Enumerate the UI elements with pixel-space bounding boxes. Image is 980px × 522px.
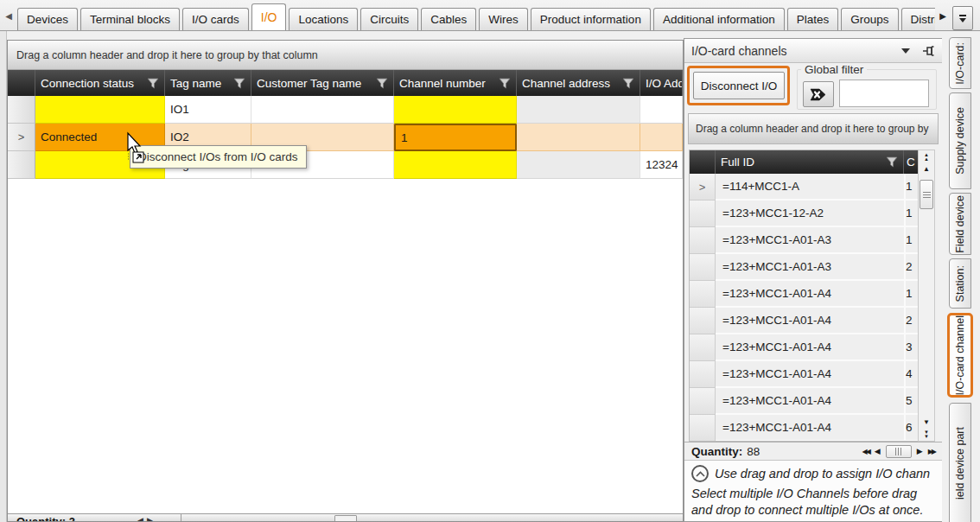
cell-full-id[interactable]: =123+MCC1-A01-A4 (716, 415, 906, 442)
cell-channel[interactable]: 6 (906, 415, 918, 442)
channel-row[interactable]: =123+MCC1-A01-A3 1 (690, 227, 918, 254)
tab-io-cards[interactable]: I/O cards (182, 8, 249, 30)
scroll-page-up-icon[interactable]: ▲▲ (919, 150, 934, 163)
filter-icon[interactable] (886, 156, 898, 168)
cell-full-id[interactable]: =123+MCC1-A01-A4 (716, 388, 906, 415)
cell-channel-address[interactable] (517, 151, 640, 179)
row-indicator-cell[interactable]: > (690, 174, 716, 201)
filter-icon[interactable] (147, 78, 159, 89)
filter-icon[interactable] (233, 78, 245, 89)
column-header-connection-status[interactable]: Connection status (35, 70, 165, 96)
pin-icon[interactable] (922, 45, 935, 57)
scroll-right-icon[interactable]: ▶ (917, 447, 923, 455)
side-tab-io-card-channels[interactable]: I/O-card channel (947, 313, 973, 398)
filter-icon[interactable] (499, 78, 511, 89)
channel-row[interactable]: =123+MCC1-A01-A4 1 (690, 281, 918, 308)
tab-groups[interactable]: Groups (841, 8, 898, 30)
scrollbar-thumb[interactable] (886, 445, 912, 458)
column-header-tag-name[interactable]: Tag name (165, 70, 251, 96)
side-tab-field-device[interactable]: Field device (949, 193, 971, 255)
channel-row[interactable]: =123+MCC1-A01-A4 6 (690, 415, 918, 442)
tab-wires[interactable]: Wires (479, 8, 528, 30)
row-indicator-cell[interactable] (8, 151, 35, 179)
row-indicator-cell[interactable] (690, 388, 716, 415)
filter-icon[interactable] (376, 78, 388, 89)
channel-row[interactable]: =123+MCC1-12-A2 1 (690, 201, 918, 227)
channel-row[interactable]: =123+MCC1-A01-A4 5 (690, 388, 918, 415)
cell-channel-number[interactable] (394, 96, 517, 124)
channel-row[interactable]: =123+MCC1-A01-A4 2 (690, 308, 918, 334)
row-indicator-cell[interactable] (690, 201, 716, 227)
cell-io-address[interactable] (640, 124, 683, 151)
row-indicator-cell[interactable] (690, 281, 716, 308)
cell-channel[interactable]: 2 (906, 254, 918, 281)
scrollbar-thumb[interactable] (920, 180, 933, 209)
scroll-page-down-icon[interactable]: ▼▼ (919, 428, 934, 441)
clear-filter-button[interactable] (803, 81, 834, 107)
group-by-bar[interactable]: Drag a column header and drop it here to… (8, 41, 683, 70)
horizontal-scrollbar-thumb[interactable] (334, 515, 357, 521)
tab-additional-information[interactable]: Additional information (653, 8, 785, 30)
cell-full-id[interactable]: =123+MCC1-A01-A3 (716, 227, 906, 254)
horizontal-scrollbar[interactable]: ◀◀ ◀ ▶ ▶▶ (862, 445, 935, 458)
tab-io[interactable]: I/O (251, 3, 287, 30)
cell-channel[interactable]: 2 (906, 308, 918, 334)
side-tab-io-cards[interactable]: I/O-card: (949, 37, 971, 89)
table-row[interactable]: IO1 (8, 96, 683, 124)
side-tab-field-device-part[interactable]: ield device part (949, 403, 971, 522)
cell-io-address[interactable] (640, 96, 683, 124)
collapse-hint-button[interactable] (691, 465, 709, 482)
tab-devices[interactable]: Devices (17, 8, 78, 30)
column-header-channel-number[interactable]: Channel number (394, 70, 517, 96)
column-header-full-id[interactable]: Full ID (716, 150, 904, 174)
cell-io-address[interactable]: 12324 (640, 151, 683, 179)
row-indicator-cell[interactable] (690, 227, 716, 254)
tab-product-information[interactable]: Product information (531, 8, 651, 30)
side-tab-supply-device[interactable]: Supply device (949, 92, 971, 189)
column-header-channel-address[interactable]: Channel address (517, 70, 640, 96)
panel-group-by-bar[interactable]: Drag a column header and drop it here to… (688, 113, 939, 144)
cell-full-id[interactable]: =123+MCC1-A01-A3 (716, 254, 906, 281)
cell-full-id[interactable]: =123+MCC1-A01-A4 (716, 281, 906, 308)
cell-tag-name[interactable]: IO1 (165, 96, 251, 124)
row-indicator-cell[interactable] (8, 96, 35, 124)
cell-channel-number-focused[interactable]: 1 (394, 124, 517, 151)
chevron-down-icon[interactable] (901, 48, 910, 54)
cell-channel[interactable]: 3 (906, 334, 918, 361)
cell-channel[interactable]: 5 (906, 388, 918, 415)
row-indicator-cell[interactable] (690, 254, 716, 281)
cell-channel-address[interactable] (517, 96, 640, 124)
scroll-left-icon[interactable]: ◀ (875, 447, 881, 455)
row-indicator-cell[interactable]: > (8, 124, 35, 151)
table-row-selected[interactable]: > Connected IO2 1 (8, 124, 683, 151)
side-tab-stations[interactable]: Station: (949, 258, 971, 309)
scroll-down-icon[interactable]: ▼ (919, 417, 934, 428)
row-indicator-cell[interactable] (690, 334, 716, 361)
global-filter-input[interactable] (839, 80, 929, 107)
channel-row[interactable]: =123+MCC1-A01-A4 3 (690, 334, 918, 361)
column-header-customer-tag-name[interactable]: Customer Tag name (251, 70, 394, 96)
row-indicator-cell[interactable] (690, 361, 716, 388)
tab-scroll-right-icon[interactable]: ▶ (935, 5, 951, 26)
cell-full-id[interactable]: =123+MCC1-A01-A4 (716, 361, 906, 388)
cell-full-id[interactable]: =123+MCC1-12-A2 (716, 201, 906, 227)
scroll-far-left-icon[interactable]: ◀◀ (862, 448, 869, 455)
scroll-up-icon[interactable]: ▲ (919, 163, 934, 175)
cell-full-id[interactable]: =123+MCC1-A01-A4 (716, 334, 906, 361)
cell-channel[interactable]: 1 (906, 174, 918, 201)
channel-row-selected[interactable]: > =114+MCC1-A 1 (690, 174, 918, 201)
tab-list-dropdown-button[interactable] (952, 6, 973, 30)
column-header-channel-clipped[interactable]: C (904, 150, 918, 174)
panel-title-bar[interactable]: I/O-card channels (684, 39, 942, 63)
row-indicator-cell[interactable] (690, 415, 716, 442)
cell-channel[interactable]: 4 (906, 361, 918, 388)
cell-channel[interactable]: 1 (906, 281, 918, 308)
tab-cables[interactable]: Cables (421, 8, 476, 30)
table-row[interactable]: Tag1 12324 (8, 151, 683, 179)
cell-channel[interactable]: 1 (906, 227, 918, 254)
vertical-scrollbar[interactable]: ▲▲ ▲ ▼ ▼▼ (918, 150, 935, 442)
cell-connection-status[interactable] (35, 96, 165, 124)
cell-channel-number[interactable] (394, 151, 517, 179)
channel-row[interactable]: =123+MCC1-A01-A4 4 (690, 361, 918, 388)
tab-terminal-blocks[interactable]: Terminal blocks (80, 8, 180, 30)
